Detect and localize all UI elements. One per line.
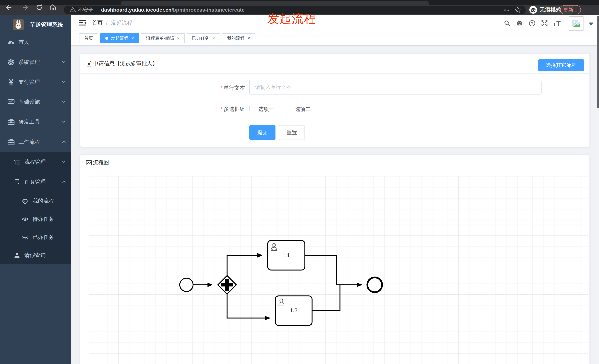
sidebar-item-leave-query[interactable]: 请假查询 [0, 246, 71, 264]
eye-open-icon [21, 216, 29, 223]
active-dot-icon [105, 37, 108, 40]
top-navbar: 首页 / 发起流程 ? TT [71, 15, 599, 31]
sidebar-item-label: 流程管理 [24, 158, 46, 166]
github-icon[interactable] [515, 19, 524, 27]
sidebar-item-label: 支付管理 [18, 78, 40, 86]
url-text[interactable]: dashboard.yudao.iocoder.cn/bpm/process-i… [101, 7, 245, 13]
tab-my-processes[interactable]: 我的流程× [222, 34, 255, 43]
face-icon [21, 197, 29, 204]
caret-down-icon[interactable] [589, 23, 593, 25]
card-title: 流程图 [93, 159, 109, 166]
sidebar-item-label: 系统管理 [18, 59, 40, 66]
sidebar-item-system[interactable]: 系统管理 [0, 53, 71, 71]
browser-tab[interactable] [121, 1, 429, 5]
select-other-process-button[interactable]: 选择其它流程 [538, 59, 584, 71]
home-icon[interactable] [49, 3, 57, 11]
tab-label: 发起流程 [111, 35, 129, 41]
kebab-menu-icon[interactable] [575, 8, 576, 12]
document-icon [86, 61, 92, 67]
avatar[interactable] [569, 17, 583, 31]
app-logo-row[interactable]: 芋道管理系统 [0, 15, 71, 35]
sidebar-item-label: 已办任务 [33, 234, 54, 241]
tab-done-tasks[interactable]: 已办任务× [187, 34, 220, 43]
checkbox-option-1[interactable] [249, 106, 255, 111]
fullscreen-icon[interactable] [540, 19, 549, 27]
key-icon[interactable] [502, 6, 511, 14]
process-diagram-card: 流程图 [80, 155, 590, 364]
sidebar-collapse-icon[interactable] [79, 19, 87, 27]
sidebar-item-label: 首页 [18, 38, 29, 46]
app-logo-image [13, 19, 24, 30]
close-icon[interactable]: × [248, 36, 250, 40]
task-label: 1.1 [282, 252, 290, 258]
required-marker: * [220, 106, 222, 112]
checkbox-option-2-label[interactable]: 选项二 [295, 106, 311, 113]
sidebar-submenu-workflow: 流程管理 任务管理 我的流程 待办任务 [0, 152, 71, 264]
close-icon[interactable]: × [132, 36, 134, 40]
sidebar: 芋道管理系统 首页 系统管理 支付管理 基础设施 [0, 15, 71, 364]
close-icon[interactable]: × [177, 36, 180, 40]
app-title: 芋道管理系统 [30, 21, 63, 29]
main-area: 首页 / 发起流程 ? TT 首 [71, 15, 599, 364]
font-size-icon[interactable]: TT [552, 19, 561, 27]
sidebar-item-label: 基础设施 [18, 98, 40, 106]
close-icon[interactable]: × [212, 36, 215, 40]
security-warning-icon [70, 7, 76, 13]
urlbar-divider [97, 8, 97, 12]
checkbox-option-1-label[interactable]: 选项一 [258, 106, 274, 113]
eye-closed-icon [21, 234, 29, 241]
tab-label: 首页 [84, 35, 93, 41]
checkbox-option-2[interactable] [286, 106, 291, 111]
help-icon[interactable]: ? [528, 19, 536, 27]
chevron-down-icon [61, 79, 66, 85]
single-line-text-input[interactable] [249, 80, 542, 94]
end-event-node [367, 277, 382, 292]
forward-icon[interactable] [21, 3, 30, 11]
toolbox-icon [7, 118, 15, 126]
reset-button[interactable]: 重置 [279, 125, 305, 140]
submit-button[interactable]: 提交 [249, 125, 275, 140]
sidebar-item-task-management[interactable]: 任务管理 [0, 173, 71, 191]
sidebar-item-workflow[interactable]: 工作流程 [0, 133, 71, 151]
tab-label: 已办任务 [192, 35, 210, 41]
breadcrumb-separator: / [106, 20, 107, 26]
grid-major [89, 176, 588, 364]
tab-process-form-edit[interactable]: 流程表单-编辑× [141, 34, 185, 43]
sidebar-item-infrastructure[interactable]: 基础设施 [0, 93, 71, 111]
sidebar-item-dev-tools[interactable]: 研发工具 [0, 113, 71, 131]
sidebar-item-label: 任务管理 [24, 178, 46, 186]
chevron-down-icon [61, 59, 66, 65]
security-label: 不安全 [78, 7, 93, 13]
chevron-down-icon [61, 159, 66, 165]
bookmark-star-icon[interactable] [514, 6, 522, 14]
tab-home[interactable]: 首页 [79, 34, 98, 43]
sidebar-item-label: 我的流程 [33, 197, 54, 205]
required-marker: * [220, 85, 222, 91]
sidebar-item-payment[interactable]: 支付管理 [0, 73, 71, 91]
yen-icon [7, 78, 15, 86]
sidebar-item-label: 请假查询 [24, 252, 46, 259]
broken-image-icon [571, 18, 581, 29]
sidebar-item-label: 工作流程 [18, 138, 40, 146]
sidebar-item-todo-tasks[interactable]: 待办任务 [0, 210, 71, 228]
sidebar-item-process-management[interactable]: 流程管理 [0, 153, 71, 171]
chevron-down-icon [61, 99, 66, 105]
page-scrollbar[interactable] [597, 15, 599, 364]
scrollbar-thumb[interactable] [597, 16, 599, 108]
browser-update-button[interactable]: 更新 [560, 5, 581, 14]
screen: 不安全 dashboard.yudao.iocoder.cn/bpm/proce… [0, 0, 599, 364]
card-header: 流程图 [80, 155, 589, 170]
apply-info-card: 申请信息【测试多审批人】 选择其它流程 *单行文本 *多选框组 选项一 选项二 … [80, 53, 590, 147]
search-icon[interactable] [503, 19, 511, 27]
back-icon[interactable] [5, 3, 13, 11]
bpmn-canvas: 1.1 1.2 [89, 176, 588, 364]
sidebar-item-home[interactable]: 首页 [0, 33, 71, 51]
breadcrumb-home[interactable]: 首页 [92, 19, 103, 26]
reload-icon[interactable] [35, 3, 43, 11]
sidebar-item-my-processes[interactable]: 我的流程 [0, 192, 71, 210]
breadcrumb-current: 发起流程 [111, 19, 132, 26]
tab-start-process[interactable]: 发起流程× [100, 34, 139, 43]
field-label-checkbox-group: *多选框组 [80, 106, 245, 113]
svg-text:?: ? [531, 21, 533, 25]
sidebar-item-done-tasks[interactable]: 已办任务 [0, 228, 71, 246]
